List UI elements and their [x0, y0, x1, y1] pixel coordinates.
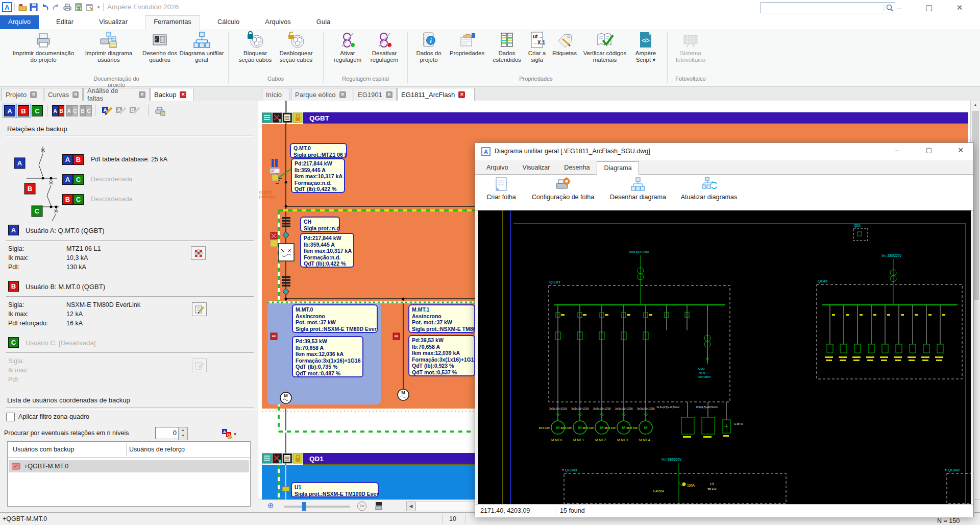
criar-folha-button[interactable]: Criar folha: [483, 177, 520, 201]
cad-panel-qgbt[interactable]: [549, 285, 730, 402]
atualizar-diagramas-button[interactable]: Atualizar diagramas: [674, 177, 744, 201]
menu-visualizar[interactable]: Visualizar: [91, 15, 136, 29]
tab-curvas[interactable]: Curvas✕: [44, 88, 83, 101]
diagram-window[interactable]: A Diagrama unifilar geral [.\EG1811_ArcF…: [475, 142, 974, 517]
label-ch-data[interactable]: Pd:217,844 kWIb:359,445 AIkm max:10,317 …: [300, 233, 354, 268]
levels-spinner[interactable]: ▲▼: [178, 427, 188, 440]
tab-projeto[interactable]: Projeto✕: [2, 88, 43, 101]
zoom-reset-icon[interactable]: 1x: [357, 502, 366, 511]
ribbon-diagrama-unifilar-button[interactable]: Diagrama unifilar geral: [179, 31, 224, 75]
user-a-toggle-button[interactable]: A: [3, 104, 17, 118]
properties-icon[interactable]: [85, 2, 95, 12]
window-close-button[interactable]: ✕: [949, 1, 970, 14]
cad-canvas[interactable]: QGBT Vn=380/220V 3x(1x16)+1G163x(1x16)+1…: [478, 210, 971, 504]
user-c-toggle-button[interactable]: C: [30, 104, 44, 118]
table-col2-header[interactable]: Usuários de reforço: [129, 446, 185, 453]
fw-tab-arquivo[interactable]: Arquivo: [479, 161, 515, 174]
dropdown-caret-icon[interactable]: ▾: [234, 432, 236, 437]
open-project-icon[interactable]: [17, 2, 28, 12]
layers-icon[interactable]: [375, 502, 383, 510]
ribbon-ampere-script-button[interactable]: </> Ampère Script ▾: [631, 31, 660, 75]
menu-guia[interactable]: Guia: [308, 15, 338, 29]
qd1-header-bar[interactable]: [303, 453, 475, 464]
label-mmt1-data[interactable]: Pd:39,53 kWIb:70,658 AIkm max:12,039 kAF…: [408, 335, 475, 376]
search-box[interactable]: [761, 2, 895, 13]
calculator-icon[interactable]: [74, 2, 84, 12]
window-close-button[interactable]: ✕: [953, 146, 968, 154]
window-minimize-button[interactable]: –: [890, 146, 905, 154]
tab-parque-eolico[interactable]: Parque eólico✕: [291, 88, 353, 101]
ribbon-verificar-codigos-button[interactable]: Verificar códigos materiais: [579, 31, 630, 75]
label-qmt0[interactable]: Q.MT.0Sigla prot.:MTZ1 06 L1: [290, 143, 347, 158]
print-relations-button[interactable]: [153, 104, 167, 118]
window-maximize-button[interactable]: ▢: [921, 146, 937, 154]
ribbon-ativar-regulagem-button[interactable]: Ativar regulagem: [327, 31, 368, 75]
levels-input[interactable]: [155, 427, 179, 439]
search-input[interactable]: [761, 3, 884, 13]
tab-close-icon[interactable]: ✕: [72, 91, 79, 98]
label-qmt0-data[interactable]: Pd:217,844 kWIb:359,445 AIkm max:10,317 …: [291, 158, 345, 193]
fw-tab-visualizar[interactable]: Visualizar: [515, 161, 557, 174]
window-minimize-button[interactable]: –: [889, 1, 910, 14]
section-collapse-icon[interactable]: [262, 113, 272, 123]
desenhar-diagrama-button[interactable]: Desenhar diagrama: [605, 177, 671, 201]
label-u1[interactable]: U1Sigla prot.:NSXM-E TM100D EverLin: [291, 482, 379, 497]
table-row[interactable]: +QGBT-M.MT.0: [9, 460, 249, 472]
section-list-icon[interactable]: [283, 113, 292, 123]
ribbon-criar-sigla-button[interactable]: ut→→X.1 Criar a sigla: [523, 31, 551, 75]
tab-close-icon[interactable]: ✕: [458, 91, 465, 98]
qgbt-header-bar[interactable]: [303, 112, 968, 123]
user-b-edit-button[interactable]: [192, 302, 207, 316]
ribbon-desbloquear-secao-button[interactable]: Desbloquear seção cabos: [273, 31, 319, 75]
tab-inicio[interactable]: Início: [262, 88, 289, 101]
backup-users-table[interactable]: Usuários com backup Usuários de reforço …: [7, 441, 251, 507]
section-lock-icon[interactable]: [293, 113, 302, 123]
user-b-toggle-button[interactable]: B: [16, 104, 31, 118]
motor-symbol[interactable]: M: [398, 389, 409, 400]
cad-panel-qgm0[interactable]: [564, 473, 786, 504]
pan-icon[interactable]: ⊕: [267, 501, 274, 510]
ribbon-desenho-quadros-button[interactable]: Desenho dos quadros: [138, 31, 182, 75]
save-icon[interactable]: [29, 2, 39, 12]
pair-ab-button[interactable]: AB: [51, 104, 65, 118]
configuracao-folha-button[interactable]: Configuração de folha: [527, 177, 599, 201]
tab-eg1811-arcflash[interactable]: EG1811_ArcFlash✕: [397, 88, 475, 101]
menu-editar[interactable]: Editar: [48, 15, 82, 29]
cad-panel-qd1[interactable]: [853, 228, 868, 241]
filter-checkbox[interactable]: [6, 413, 15, 421]
tab-close-icon[interactable]: ✕: [139, 91, 145, 98]
search-relations-button[interactable]: AB ▾: [220, 428, 238, 440]
cad-panel-qgm2[interactable]: [947, 473, 971, 504]
ribbon-desativar-regulagem-button[interactable]: Desativar regulagem: [364, 31, 405, 75]
motor-symbol[interactable]: M: [280, 392, 291, 403]
scroll-left-icon[interactable]: ◀: [406, 502, 415, 511]
user-a-table-button[interactable]: [191, 246, 206, 260]
window-maximize-button[interactable]: ▢: [919, 1, 939, 14]
ribbon-bloquear-secao-button[interactable]: Bloquear seção cabos: [236, 31, 275, 75]
ribbon-etiquetas-button[interactable]: Etiquetas: [549, 31, 580, 75]
tab-analise-de-faltas[interactable]: Análise de faltas✕: [83, 88, 150, 101]
redo-icon[interactable]: [51, 2, 61, 12]
tab-eg1901[interactable]: EG1901✕: [354, 88, 397, 101]
undo-icon[interactable]: [40, 2, 50, 12]
menu-calculo[interactable]: Cálculo: [209, 15, 248, 29]
print-icon[interactable]: [62, 2, 72, 12]
qat-dropdown-icon[interactable]: ▾: [96, 2, 101, 12]
table-col1-header[interactable]: Usuários com backup: [13, 446, 74, 453]
diagram-window-titlebar[interactable]: A Diagrama unifilar geral [.\EG1811_ArcF…: [475, 143, 973, 161]
tab-close-icon[interactable]: ✕: [386, 91, 393, 98]
section-delete-icon[interactable]: [273, 113, 282, 123]
canvas-horizontal-scrollbar[interactable]: [415, 502, 476, 511]
ribbon-propriedades-button[interactable]: Propriedades: [446, 31, 488, 75]
tab-close-icon[interactable]: ✕: [339, 91, 346, 98]
zoom-slider-thumb[interactable]: [302, 502, 306, 511]
label-mmt0[interactable]: M.MT.0AssíncronoPot. mot.:37 kWSigla pro…: [292, 304, 378, 333]
zoom-slider-track[interactable]: [284, 506, 350, 508]
menu-arquivos[interactable]: Arquivos: [257, 15, 299, 29]
ribbon-imprimir-diagrama-button[interactable]: Imprimir diagrama usuários: [78, 31, 140, 75]
menu-ferramentas[interactable]: Ferramentas: [145, 15, 200, 29]
breaker-symbol[interactable]: [279, 244, 294, 261]
fw-tab-diagrama[interactable]: Diagrama: [597, 161, 639, 175]
ribbon-dados-estendidos-button[interactable]: Dados estendidos: [489, 31, 525, 75]
scroll-up-icon[interactable]: ▲: [971, 101, 980, 109]
